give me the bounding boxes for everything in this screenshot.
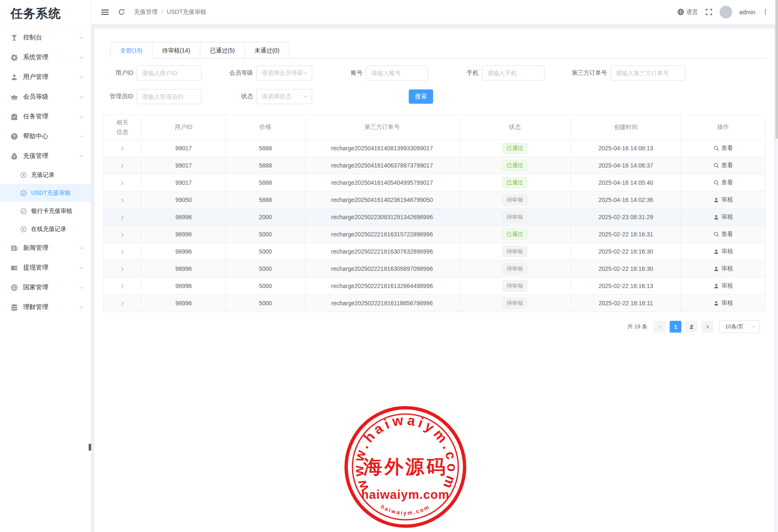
language-switcher[interactable]: 语言 — [677, 8, 698, 16]
magnifier-icon — [713, 162, 719, 168]
table-row: 989965000recharge20250222181613286449899… — [103, 278, 766, 295]
sidebar-item-system-management[interactable]: 系统管理 — [0, 47, 91, 67]
sidebar-item-console[interactable]: 控制台 — [0, 28, 91, 47]
cell-order-no: recharge202502221816118856798996 — [305, 295, 459, 312]
status-badge: 已通过 — [502, 229, 527, 240]
status-badge: 待审核 — [502, 194, 527, 205]
sidebar-item-usdt-recharge-audit[interactable]: USDT充值审核 — [0, 184, 91, 202]
sidebar-item-news-management[interactable]: 新闻管理 — [0, 238, 91, 258]
cell-expand — [103, 260, 142, 278]
magnifier-icon — [713, 180, 719, 186]
sidebar-scrollbar-thumb[interactable] — [89, 444, 91, 451]
tab-approved[interactable]: 已通过(5) — [200, 42, 245, 59]
audit-button[interactable]: 审核 — [713, 282, 733, 290]
news-icon — [11, 244, 18, 252]
sidebar-item-recharge-management[interactable]: ¥充值管理 — [0, 146, 91, 166]
avatar[interactable] — [720, 6, 732, 18]
expand-row-icon[interactable] — [119, 301, 125, 307]
sidebar-item-member-level[interactable]: 会员等级 — [0, 87, 91, 107]
audit-button[interactable]: 审核 — [713, 265, 733, 273]
cell-action: 查看 — [681, 174, 766, 191]
expand-row-icon[interactable] — [119, 283, 125, 289]
status-badge: 待审核 — [502, 280, 527, 291]
filter-select-member-level[interactable]: 请选择会员等级 — [256, 66, 312, 81]
cell-user-id: 99050 — [142, 191, 226, 209]
console-icon — [11, 34, 18, 42]
tab-all[interactable]: 全部(19) — [110, 42, 152, 59]
cell-expand — [103, 191, 142, 209]
action-label: 审核 — [721, 282, 733, 290]
cell-status: 已通过 — [459, 140, 571, 157]
sidebar-item-withdraw-management[interactable]: 提现管理 — [0, 258, 91, 278]
audit-button[interactable]: 审核 — [713, 213, 733, 221]
topbar: 充值管理 / USDT充值审核 语言 admin — [91, 0, 775, 24]
expand-row-icon[interactable] — [119, 163, 125, 169]
cell-expand — [103, 209, 142, 226]
table-header-row: 相关信息用户ID价格第三方订单号状态创建时间操作 — [103, 115, 766, 140]
chevron-down-icon — [79, 134, 84, 139]
cell-expand — [103, 278, 142, 295]
tab-pending[interactable]: 待审核(14) — [152, 42, 200, 59]
prev-page-button[interactable] — [654, 321, 665, 333]
filter-input-third-party-order-no[interactable] — [610, 66, 685, 81]
expand-row-icon[interactable] — [119, 215, 125, 220]
kebab-menu-icon[interactable] — [762, 9, 768, 16]
sidebar-item-label: 国家管理 — [23, 283, 79, 291]
cell-status: 待审核 — [459, 209, 571, 226]
view-button[interactable]: 查看 — [713, 144, 733, 152]
page-button-1[interactable]: 1 — [670, 321, 681, 333]
sidebar-item-label: 理财管理 — [23, 303, 79, 311]
sidebar-item-label: 控制台 — [23, 34, 79, 42]
action-label: 查看 — [721, 231, 733, 238]
view-button[interactable]: 查看 — [713, 231, 733, 238]
filter-input-user-id[interactable] — [137, 66, 202, 81]
breadcrumb-recharge-management[interactable]: 充值管理 — [134, 8, 158, 16]
cell-expand — [103, 174, 142, 191]
expand-row-icon[interactable] — [119, 197, 125, 203]
sidebar-item-help-center[interactable]: ?帮助中心 — [0, 126, 91, 146]
sidebar-item-country-management[interactable]: 国家管理 — [0, 278, 91, 297]
refresh-icon[interactable] — [118, 8, 125, 16]
filter-input-account[interactable] — [366, 66, 428, 81]
yen-circle-icon: ¥ — [20, 172, 27, 178]
status-tabs: 全部(19)待审核(14)已通过(5)未通过(0) — [110, 42, 766, 59]
cell-action: 查看 — [681, 226, 766, 243]
sidebar-item-user-management[interactable]: 用户管理 — [0, 67, 91, 87]
cell-order-no: recharge202502221816315722898996 — [305, 226, 459, 243]
view-button[interactable]: 查看 — [713, 162, 733, 169]
next-page-button[interactable] — [702, 321, 713, 333]
filter-select-status[interactable]: 请选择状态 — [256, 89, 312, 104]
expand-row-icon[interactable] — [119, 146, 125, 152]
fullscreen-icon[interactable] — [705, 8, 712, 16]
status-badge: 已通过 — [502, 160, 527, 171]
svg-text:?: ? — [13, 134, 16, 139]
page-size-select[interactable]: 10条/页 — [719, 320, 760, 333]
sidebar-item-online-recharge-records[interactable]: ¥在线充值记录 — [0, 220, 91, 238]
sidebar-item-recharge-records[interactable]: ¥充值记录 — [0, 166, 91, 184]
page-scrollbar-thumb[interactable] — [775, 0, 778, 139]
cell-created-at: 2025-04-16 14:06:37 — [571, 157, 681, 174]
page-button-2[interactable]: 2 — [686, 321, 697, 333]
audit-button[interactable]: 审核 — [713, 248, 733, 255]
page-scrollbar[interactable] — [775, 0, 778, 532]
username[interactable]: admin — [739, 9, 755, 16]
audit-button[interactable]: 审核 — [713, 196, 733, 204]
cell-action: 审核 — [681, 191, 766, 209]
expand-row-icon[interactable] — [119, 232, 125, 238]
expand-row-icon[interactable] — [119, 249, 125, 255]
chevron-right-icon — [705, 325, 710, 329]
audit-button[interactable]: 审核 — [713, 299, 733, 307]
expand-row-icon[interactable] — [119, 180, 125, 186]
view-button[interactable]: 查看 — [713, 179, 733, 186]
hamburger-menu-icon[interactable] — [101, 8, 109, 16]
sidebar-item-finance-management[interactable]: 理财管理 — [0, 297, 91, 317]
expand-row-icon[interactable] — [119, 266, 125, 272]
cell-user-id: 98996 — [142, 295, 226, 312]
sidebar-item-task-management[interactable]: 任务管理 — [0, 107, 91, 126]
filter-input-admin-id[interactable] — [137, 89, 202, 104]
sidebar-item-label: 提现管理 — [23, 264, 79, 272]
tab-rejected[interactable]: 未通过(0) — [245, 42, 289, 59]
filter-input-phone[interactable] — [482, 66, 545, 81]
search-button[interactable]: 搜索 — [409, 89, 433, 104]
sidebar-item-bank-card-recharge-audit[interactable]: 银行卡充值审核 — [0, 202, 91, 220]
